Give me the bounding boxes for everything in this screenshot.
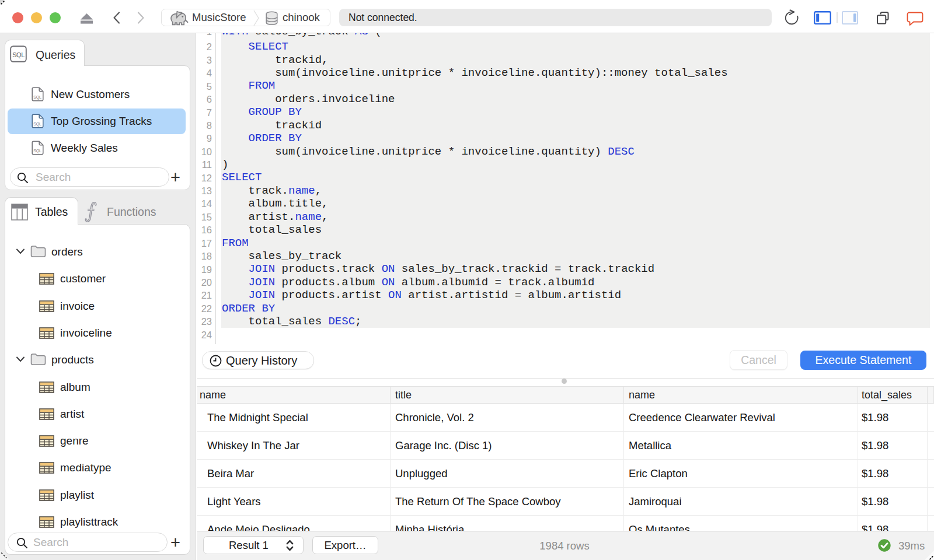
svg-text:SQL: SQL <box>33 121 41 127</box>
svg-text:SQL: SQL <box>33 148 41 153</box>
svg-text:SQL: SQL <box>12 51 25 58</box>
svg-text:SQL: SQL <box>33 94 41 100</box>
